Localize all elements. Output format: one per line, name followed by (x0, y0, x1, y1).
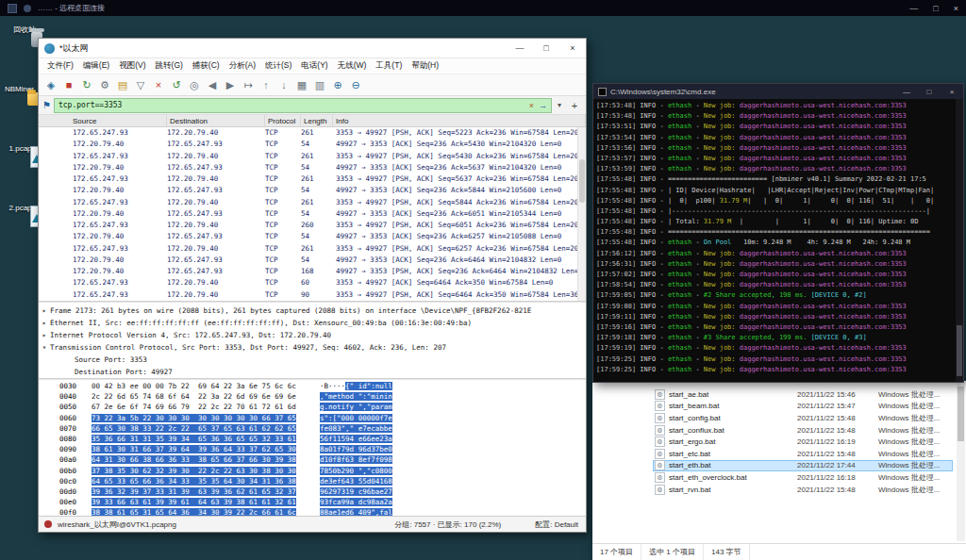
menu-item[interactable]: 工具(T) (371, 60, 407, 72)
cmd-minimize-button[interactable]: — (895, 84, 918, 99)
packet-row[interactable]: 172.65.247.93 172.20.79.40 TCP 60 3353 →… (39, 277, 586, 288)
file-row[interactable]: ⚙ start_config.bat 2021/11/22 15:48 Wind… (592, 412, 966, 424)
column-info[interactable]: Info (333, 115, 586, 126)
explorer-scrollbar[interactable] (957, 383, 965, 541)
packet-row[interactable]: 172.20.79.40 172.65.247.93 TCP 54 49927 … (39, 162, 586, 173)
stop-capture-icon[interactable]: ■ (60, 76, 77, 93)
menu-item[interactable]: 帮助(H) (407, 60, 443, 72)
menu-item[interactable]: 分析(A) (225, 60, 260, 72)
auto-scroll-icon[interactable]: ▥ (311, 76, 328, 93)
filter-add-button[interactable]: + (567, 100, 582, 111)
filter-apply-icon[interactable]: → (539, 101, 547, 110)
packet-row[interactable]: 172.65.247.93 172.20.79.40 TCP 90 3353 →… (39, 289, 586, 301)
packet-row[interactable]: 172.20.79.40 172.65.247.93 TCP 54 49927 … (39, 185, 586, 196)
packet-row[interactable]: 172.65.247.93 172.20.79.40 TCP 261 3353 … (39, 243, 586, 255)
packet-detail-line[interactable]: ▸ Frame 2173: 261 bytes on wire (2088 bi… (39, 305, 586, 317)
packet-row[interactable]: 172.20.79.40 172.65.247.93 TCP 168 49927… (39, 266, 586, 277)
display-filter-value[interactable]: tcp.port==3353 (58, 101, 525, 109)
wireshark-maximize-button[interactable]: □ (533, 39, 559, 58)
expand-arrow-icon[interactable]: ▸ (39, 329, 50, 341)
cmd-close-button[interactable]: × (941, 84, 963, 99)
last-packet-icon[interactable]: ↓ (275, 76, 292, 93)
menu-item[interactable]: 视图(V) (114, 60, 150, 72)
colorize-icon[interactable]: ▦ (293, 76, 310, 93)
packet-detail-line[interactable]: ▸ Internet Protocol Version 4, Src: 172.… (39, 329, 586, 341)
packet-detail-line[interactable]: ▸ Ethernet II, Src: ee:ff:ff:ff:ff:ff (e… (39, 317, 586, 329)
file-row[interactable]: ⚙ start_ergo.bat 2021/11/22 16:19 Window… (592, 436, 966, 448)
hex-row[interactable]: 0050 67 2e 6e 6f 74 69 66 79 22 2c 22 70… (39, 402, 586, 412)
menu-item[interactable]: 电话(Y) (296, 60, 332, 72)
rdp-maximize-button[interactable]: □ (933, 4, 938, 13)
packet-row[interactable]: 172.65.247.93 172.20.79.40 TCP 261 3353 … (39, 127, 586, 139)
column-destination[interactable]: Destination (167, 115, 265, 126)
file-row[interactable]: ⚙ start_etc.bat 2021/11/22 15:48 Windows… (592, 448, 966, 460)
cmd-title-bar[interactable]: C:\Windows\system32\cmd.exe — □ × (593, 84, 963, 99)
packet-list-scrollbar[interactable] (577, 127, 586, 301)
reload-file-icon[interactable]: ↺ (168, 76, 185, 93)
file-row[interactable]: ⚙ start_eth.bat 2021/11/22 17:44 Windows… (592, 460, 966, 472)
filter-expression-dropdown-icon[interactable]: ▾ (555, 101, 564, 109)
expand-arrow-icon[interactable]: ▾ (39, 341, 50, 354)
restart-capture-icon[interactable]: ↻ (78, 76, 95, 93)
menu-item[interactable]: 编辑(E) (78, 60, 114, 72)
packet-row[interactable]: 172.65.247.93 172.20.79.40 TCP 260 3353 … (39, 220, 586, 231)
hex-row[interactable]: 0040 2c 22 6d 65 74 68 6f 64 22 3a 22 6d… (39, 391, 586, 402)
hex-row[interactable]: 0070 66 65 30 38 33 22 2c 22 65 37 65 63… (39, 423, 586, 434)
previous-packet-icon[interactable]: ◀ (204, 76, 221, 93)
capture-settings-icon[interactable]: ⚙ (96, 76, 113, 93)
find-packet-icon[interactable]: ◎ (186, 76, 203, 93)
rdp-close-button[interactable]: × (954, 4, 958, 13)
packet-row[interactable]: 172.20.79.40 172.65.247.93 TCP 54 49927 … (39, 208, 586, 220)
hex-row[interactable]: 00e0 39 33 66 63 61 39 39 61 64 63 39 38… (39, 497, 586, 507)
file-row[interactable]: ⚙ start_conflux.bat 2021/11/22 15:48 Win… (592, 424, 966, 436)
filter-clear-icon[interactable]: × (529, 101, 534, 110)
column-protocol[interactable]: Protocol (265, 115, 301, 126)
profile-selector[interactable]: 配置: Default (535, 519, 578, 530)
zoom-in-icon[interactable]: ⊕ (329, 76, 346, 93)
goto-packet-icon[interactable]: ↦ (240, 76, 257, 93)
hex-row[interactable]: 0060 73 22 3a 5b 22 30 30 30 30 30 30 30… (39, 413, 586, 423)
packet-row[interactable]: 172.20.79.40 172.65.247.93 TCP 54 49927 … (39, 231, 586, 242)
file-row[interactable]: ⚙ start_eth_overclock.bat 2021/11/22 16:… (592, 471, 966, 484)
first-packet-icon[interactable]: ↑ (258, 76, 275, 93)
menu-item[interactable]: 无线(W) (333, 60, 372, 72)
close-file-icon[interactable]: × (150, 76, 167, 93)
expert-info-icon[interactable] (44, 520, 52, 528)
hex-row[interactable]: 00d0 39 36 32 39 37 33 31 39 63 39 36 62… (39, 486, 586, 497)
scrollbar-thumb[interactable] (957, 325, 962, 376)
menu-item[interactable]: 文件(F) (42, 60, 78, 72)
cmd-maximize-button[interactable]: □ (918, 84, 941, 99)
packet-row[interactable]: 172.20.79.40 172.65.247.93 TCP 54 49927 … (39, 139, 586, 150)
scrollbar-thumb[interactable] (579, 159, 585, 203)
hex-row[interactable]: 00f0 38 38 61 65 31 65 64 36 34 30 39 22… (39, 507, 586, 516)
display-filter-input[interactable]: tcp.port==3353 × → (54, 98, 552, 113)
packet-row[interactable]: 172.65.247.93 172.20.79.40 TCP 261 3353 … (39, 151, 586, 162)
packet-row[interactable]: 172.20.79.40 172.65.247.93 TCP 54 49927 … (39, 255, 586, 266)
wireshark-minimize-button[interactable]: — (507, 39, 533, 58)
expand-arrow-icon[interactable] (63, 366, 75, 378)
capture-options-icon[interactable]: ◈ (42, 76, 59, 93)
filter-bookmark-icon[interactable]: ⚑ (42, 100, 51, 110)
hex-row[interactable]: 00b0 37 38 35 30 62 32 39 30 22 2c 22 63… (39, 466, 586, 476)
file-row[interactable]: ⚙ start_ae.bat 2021/11/22 15:46 Windows … (592, 388, 966, 401)
menu-item[interactable]: 跳转(G) (151, 60, 188, 72)
column-length[interactable]: Length (301, 115, 333, 126)
menu-item[interactable]: 统计(S) (260, 60, 296, 72)
column-source[interactable]: Source (39, 115, 167, 126)
packet-detail-line[interactable]: Destination Port: 49927 (39, 366, 586, 378)
rdp-minimize-button[interactable]: — (909, 4, 918, 13)
open-file-icon[interactable]: ▤ (114, 76, 131, 93)
cmd-scrollbar[interactable] (956, 99, 963, 382)
expand-arrow-icon[interactable]: ▸ (39, 305, 50, 317)
packet-row[interactable]: 172.65.247.93 172.20.79.40 TCP 261 3353 … (39, 197, 586, 208)
next-packet-icon[interactable]: ▶ (222, 76, 239, 93)
file-row[interactable]: ⚙ start_rvn.bat 2021/11/22 15:48 Windows… (592, 484, 966, 496)
zoom-out-icon[interactable]: ⊖ (347, 76, 364, 93)
expand-arrow-icon[interactable]: ▸ (39, 317, 50, 329)
packet-row[interactable]: 172.65.247.93 172.20.79.40 TCP 261 3353 … (39, 173, 586, 185)
save-file-icon[interactable]: ▽ (132, 76, 149, 93)
menu-item[interactable]: 捕获(C) (188, 60, 225, 72)
hex-row[interactable]: 0090 38 61 30 31 66 37 39 64 39 36 64 33… (39, 444, 586, 454)
packet-detail-line[interactable]: Source Port: 3353 (39, 354, 586, 366)
hex-row[interactable]: 0030 00 42 b3 ee 00 00 7b 22 69 64 22 3a… (39, 381, 586, 391)
